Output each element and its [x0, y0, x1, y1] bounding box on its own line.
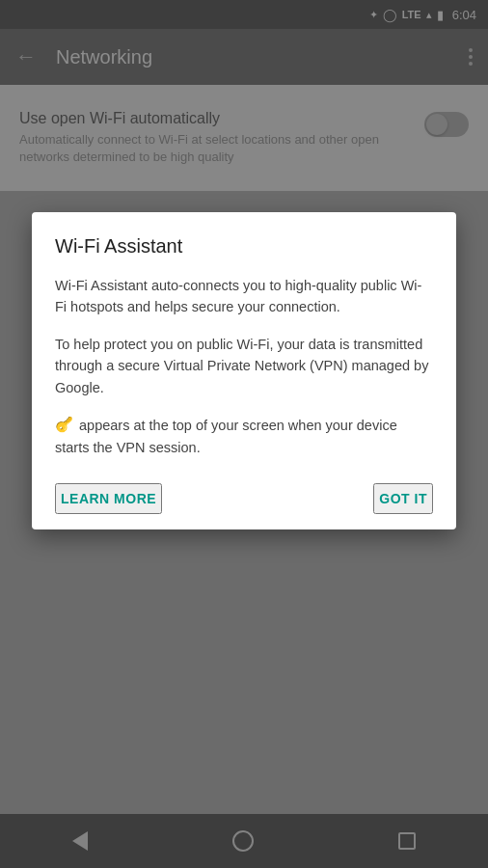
dialog-paragraph-1: Wi-Fi Assistant auto-connects you to hig… — [55, 275, 433, 318]
key-icon: 🔑 — [55, 414, 73, 436]
got-it-button[interactable]: GOT IT — [373, 483, 433, 514]
dialog-body: Wi-Fi Assistant auto-connects you to hig… — [55, 275, 433, 458]
wifi-assistant-dialog: Wi-Fi Assistant Wi-Fi Assistant auto-con… — [32, 212, 456, 529]
learn-more-button[interactable]: LEARN MORE — [55, 483, 162, 514]
dialog-paragraph-3-text: appears at the top of your screen when y… — [55, 418, 397, 454]
dialog-actions: LEARN MORE GOT IT — [55, 479, 433, 514]
dialog-paragraph-2: To help protect you on public Wi-Fi, you… — [55, 334, 433, 398]
dialog-title: Wi-Fi Assistant — [55, 235, 433, 258]
dialog-paragraph-3: 🔑 appears at the top of your screen when… — [55, 414, 433, 458]
